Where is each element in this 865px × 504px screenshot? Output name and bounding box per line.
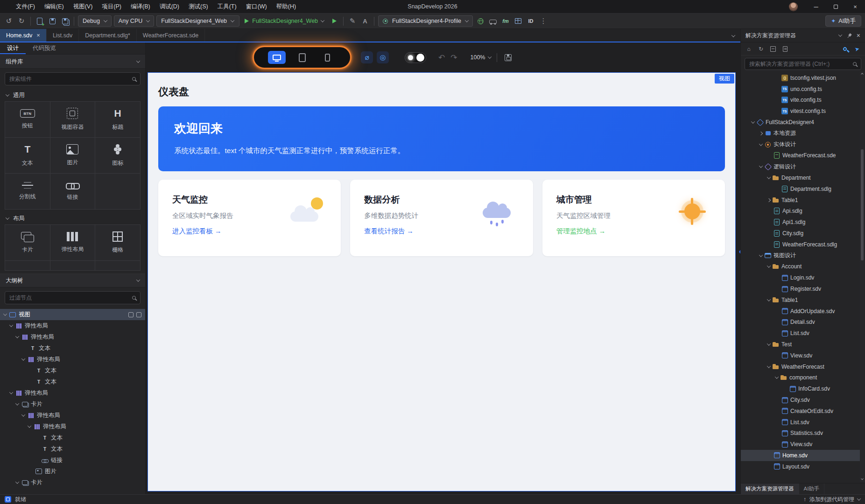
solution-tree-item[interactable]: Table1 — [741, 195, 860, 206]
dashboard-card[interactable]: 数据分析多维数据趋势统计查看统计报告 → — [350, 180, 533, 256]
chevron-down-icon[interactable] — [21, 413, 25, 416]
chevron-down-icon[interactable] — [3, 312, 7, 315]
home-icon[interactable]: ⌂ — [745, 45, 753, 53]
ready-icon[interactable] — [5, 496, 11, 503]
tab-close-icon[interactable]: × — [36, 32, 40, 39]
save-icon[interactable] — [47, 16, 57, 26]
chevron-down-icon[interactable] — [15, 334, 19, 338]
menu-item[interactable]: 项目(P) — [97, 0, 126, 13]
save-all-icon[interactable] — [60, 16, 70, 26]
chevron-right-icon[interactable] — [759, 132, 763, 135]
panel-tab[interactable]: 代码预览 — [26, 42, 63, 54]
zoom-dropdown[interactable]: 100% — [471, 54, 492, 61]
solution-tree-item[interactable]: List.sdv — [741, 328, 860, 339]
redo-icon[interactable]: ↷ — [450, 53, 457, 63]
explorer-search-box[interactable] — [745, 58, 861, 70]
outline-tree-item[interactable]: 卡片 — [0, 399, 145, 410]
dashboard-card[interactable]: 城市管理天气监控区域管理管理监控地点 → — [542, 180, 725, 256]
component-item[interactable]: 弹性布局 — [50, 225, 95, 260]
solution-tree-item[interactable]: Home.sdv — [741, 450, 860, 461]
solution-tree-item[interactable]: Test — [741, 339, 860, 350]
component-item[interactable]: 链接 — [50, 174, 95, 209]
solution-tree-item[interactable]: Api1.sdlg — [741, 217, 860, 228]
solution-tree-item[interactable]: 逻辑设计 — [741, 161, 860, 172]
component-item[interactable]: 视图容器 — [50, 102, 95, 137]
outline-filter-box[interactable] — [5, 291, 141, 304]
navigate-back-icon[interactable]: ↺ — [4, 16, 14, 26]
solution-tree-item[interactable]: vite.config.ts — [741, 95, 860, 106]
component-item[interactable]: 标题 — [95, 102, 140, 137]
solution-tree-item[interactable]: Detail.sdv — [741, 317, 860, 328]
editor-tab[interactable]: Department.sdlg* — [79, 29, 137, 42]
scrollbar-thumb[interactable] — [861, 149, 864, 260]
solution-tree-item[interactable]: tsconfig.vitest.json — [741, 72, 860, 84]
pin-icon[interactable] — [845, 32, 852, 39]
outline-tree-item[interactable]: 弹性布局 — [0, 320, 145, 331]
ai-assistant-button[interactable]: ✦ AI助手 — [825, 15, 861, 27]
solution-tree-item[interactable]: AddOrUpdate.sdv — [741, 306, 860, 317]
format-tool-icon[interactable]: fm — [500, 16, 511, 26]
solution-tree-item[interactable]: Department.sdlg — [741, 183, 860, 195]
solution-tree-item[interactable]: City.sdlg — [741, 228, 860, 239]
solution-tree-item[interactable]: component — [741, 372, 860, 384]
panel-tab[interactable]: 设计 — [0, 42, 26, 54]
component-item[interactable]: 文本 — [5, 138, 50, 173]
solution-tree-item[interactable]: uno.config.ts — [741, 84, 860, 95]
toolbar-overflow-icon[interactable]: ⋮ — [538, 16, 549, 26]
outline-tree-item[interactable]: 弹性布局 — [0, 410, 145, 421]
editor-tab[interactable]: List.sdv — [47, 29, 79, 42]
solution-tree-item[interactable]: 实体设计 — [741, 139, 860, 150]
chevron-down-icon[interactable] — [767, 297, 771, 301]
solution-tree-item[interactable]: Statistics.sdv — [741, 428, 860, 439]
chevron-down-icon[interactable] — [6, 92, 9, 96]
grid-toggle-button[interactable]: ⌀ — [361, 51, 373, 63]
component-item[interactable]: 图片 — [50, 138, 95, 173]
outline-tree-item[interactable]: 弹性布局 — [0, 421, 145, 432]
component-item[interactable]: 卡片 — [5, 225, 50, 260]
component-group-header[interactable]: 通用 — [0, 89, 145, 101]
desktop-view-button[interactable] — [268, 51, 286, 64]
id-tool-icon[interactable]: ID — [526, 16, 536, 26]
chevron-down-icon[interactable] — [6, 216, 9, 219]
outline-tree-item[interactable]: 弹性布局 — [0, 354, 145, 365]
chevron-down-icon[interactable] — [767, 364, 771, 368]
solution-tree-item[interactable]: City.sdv — [741, 394, 860, 406]
sync-active-document-icon[interactable]: ➤ — [853, 45, 861, 53]
panel-bottom-tab[interactable]: 解决方案资源管理器 — [741, 483, 799, 494]
component-item[interactable]: 栅格 — [95, 225, 140, 260]
component-item[interactable]: 分割线 — [5, 174, 50, 209]
theme-toggle[interactable] — [405, 52, 426, 63]
chevron-down-icon[interactable] — [767, 342, 771, 345]
solution-tree-item[interactable]: 视图设计 — [741, 250, 860, 261]
collapse-all-icon[interactable] — [769, 45, 777, 53]
welcome-banner[interactable]: 欢迎回来 系统状态最佳。text 个城市的天气监测正常进行中，预警系统运行正常。 — [158, 106, 725, 171]
menu-item[interactable]: 文件(F) — [11, 0, 40, 13]
close-icon[interactable]: × — [857, 32, 860, 39]
component-item[interactable] — [50, 261, 95, 271]
chevron-down-icon[interactable] — [21, 357, 25, 360]
font-tool-icon[interactable]: A — [360, 16, 370, 26]
chevron-down-icon[interactable] — [15, 480, 19, 483]
editor-tab[interactable]: WeatherForecast.sde — [137, 29, 205, 42]
chevron-down-icon[interactable] — [28, 424, 31, 427]
solution-tree-item[interactable]: 本地资源 — [741, 128, 860, 139]
menu-item[interactable]: 测试(S) — [184, 0, 213, 13]
chevron-down-icon[interactable] — [9, 390, 13, 394]
editor-tab[interactable]: Home.sdv× — [0, 29, 47, 42]
show-all-files-icon[interactable] — [781, 45, 789, 53]
menu-item[interactable]: 编译(B) — [126, 0, 155, 13]
solution-tree-item[interactable]: Account — [741, 261, 860, 273]
solution-tree-item[interactable]: WeatherForecast — [741, 361, 860, 372]
undo-icon[interactable]: ↶ — [438, 53, 445, 63]
outline-tree-item[interactable]: 弹性布局 — [0, 331, 145, 343]
table-tool-icon[interactable] — [513, 16, 523, 26]
page-preview[interactable]: 视图 仪表盘 欢迎回来 系统状态最佳。text 个城市的天气监测正常进行中，预警… — [148, 72, 736, 491]
configuration-dropdown[interactable]: Debug — [78, 15, 112, 27]
tablet-view-button[interactable] — [293, 51, 311, 64]
outline-tree-header[interactable]: 大纲树 — [0, 273, 145, 287]
solution-tree-item[interactable]: Api.sdlg — [741, 206, 860, 217]
solution-tree-item[interactable]: List.sdv — [741, 417, 860, 428]
chevron-down-icon[interactable] — [759, 164, 763, 168]
menu-item[interactable]: 调试(D) — [155, 0, 184, 13]
component-search-input[interactable] — [9, 76, 128, 82]
